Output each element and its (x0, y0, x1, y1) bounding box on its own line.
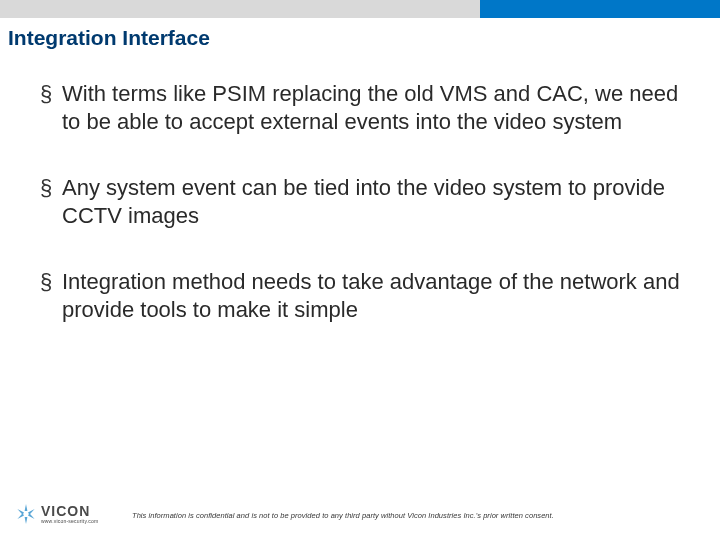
bullet-marker-icon: § (40, 80, 62, 108)
slide: Integration Interface § With terms like … (0, 0, 720, 540)
vicon-logo: VICON www.vicon-security.com (14, 502, 98, 526)
bullet-text: Integration method needs to take advanta… (62, 268, 680, 324)
header-grey-segment (0, 0, 480, 18)
bullet-text: Any system event can be tied into the vi… (62, 174, 680, 230)
bullet-marker-icon: § (40, 174, 62, 202)
bullet-item: § With terms like PSIM replacing the old… (40, 80, 680, 136)
logo-name: VICON (41, 505, 98, 518)
logo-text: VICON www.vicon-security.com (41, 505, 98, 524)
logo-url: www.vicon-security.com (41, 518, 98, 524)
footer: VICON www.vicon-security.com This inform… (0, 490, 720, 540)
confidentiality-disclaimer: This information is confidential and is … (132, 511, 554, 520)
bullet-item: § Integration method needs to take advan… (40, 268, 680, 324)
slide-title: Integration Interface (8, 26, 210, 50)
header-blue-segment (480, 0, 720, 18)
bullet-marker-icon: § (40, 268, 62, 296)
header-bar (0, 0, 720, 18)
bullet-item: § Any system event can be tied into the … (40, 174, 680, 230)
bullet-list: § With terms like PSIM replacing the old… (40, 80, 680, 362)
asterisk-icon (14, 502, 38, 526)
bullet-text: With terms like PSIM replacing the old V… (62, 80, 680, 136)
